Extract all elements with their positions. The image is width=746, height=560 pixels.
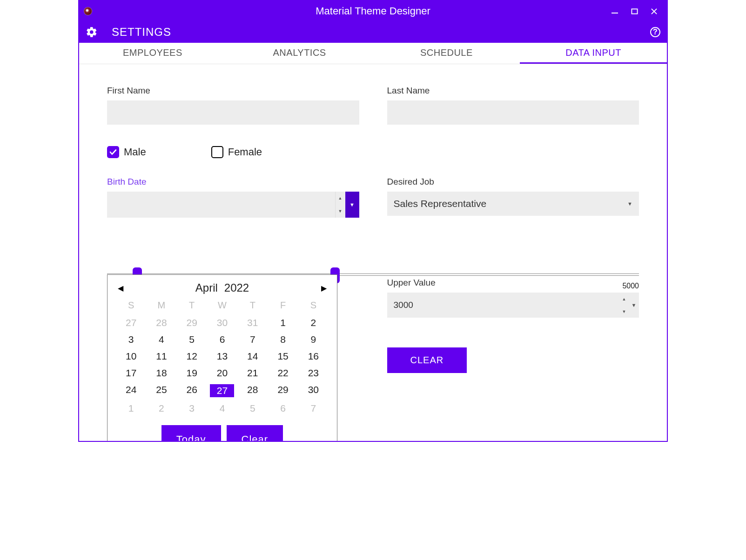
calendar-day[interactable]: 7 [298, 401, 329, 416]
calendar-day[interactable]: 30 [207, 315, 237, 330]
female-label: Female [228, 146, 262, 158]
calendar-next-month[interactable] [321, 284, 327, 293]
calendar-day[interactable]: 6 [207, 332, 237, 347]
minimize-button[interactable] [608, 5, 621, 18]
spin-down-icon[interactable] [336, 205, 345, 218]
calendar-title[interactable]: April 2022 [195, 281, 249, 294]
calendar-dow: T [237, 299, 268, 313]
calendar-day[interactable]: 31 [237, 315, 268, 330]
calendar-day[interactable]: 5 [237, 401, 268, 416]
calendar-day[interactable]: 20 [207, 366, 237, 380]
chevron-down-icon [627, 201, 632, 207]
calendar-day[interactable]: 3 [116, 332, 146, 347]
tab-schedule[interactable]: SCHEDULE [373, 43, 520, 64]
content-area: First Name Last Name Male Female Birth D… [79, 64, 667, 394]
calendar-day[interactable]: 29 [177, 315, 207, 330]
slider-max-label: 5000 [622, 282, 639, 290]
calendar-day[interactable]: 5 [177, 332, 207, 347]
calendar-day[interactable]: 22 [268, 366, 298, 380]
calendar-day[interactable]: 28 [146, 315, 176, 330]
calendar-day[interactable]: 16 [298, 349, 329, 364]
clear-button[interactable]: CLEAR [387, 347, 467, 373]
calendar-day[interactable]: 13 [207, 349, 237, 364]
birth-date-spinner [335, 192, 345, 218]
birth-date-input-wrap [107, 192, 359, 218]
calendar-day[interactable]: 3 [177, 401, 207, 416]
upper-value-control [387, 293, 639, 318]
calendar-month: April [195, 281, 218, 294]
birth-date-label: Birth Date [107, 177, 359, 187]
calendar-day[interactable]: 1 [268, 315, 298, 330]
calendar-day[interactable]: 18 [146, 366, 176, 380]
help-button[interactable]: ? [650, 27, 660, 37]
calendar-clear-button[interactable]: Clear [227, 425, 283, 442]
birth-date-input[interactable] [107, 192, 335, 218]
upper-value-label: Upper Value [387, 278, 639, 288]
calendar-day[interactable]: 15 [268, 349, 298, 364]
calendar-day[interactable]: 11 [146, 349, 176, 364]
calendar-day[interactable]: 24 [116, 382, 146, 399]
desired-job-select[interactable]: Sales Representative [387, 192, 639, 216]
calendar-day[interactable]: 28 [237, 382, 268, 399]
calendar-day[interactable]: 4 [146, 332, 176, 347]
upper-spin-down-icon[interactable] [619, 305, 629, 318]
tab-data-input[interactable]: DATA INPUT [520, 43, 667, 64]
first-name-label: First Name [107, 86, 359, 96]
calendar-day[interactable]: 7 [237, 332, 268, 347]
upper-spin-up-icon[interactable] [619, 293, 629, 305]
calendar-day[interactable]: 27 [116, 315, 146, 330]
calendar-day[interactable]: 12 [177, 349, 207, 364]
calendar-dow: W [207, 299, 237, 313]
calendar-day[interactable]: 9 [298, 332, 329, 347]
maximize-button[interactable] [628, 5, 641, 18]
calendar-day[interactable]: 26 [177, 382, 207, 399]
desired-job-value: Sales Representative [394, 198, 487, 209]
last-name-label: Last Name [387, 86, 639, 96]
birth-date-dropdown-button[interactable] [345, 192, 359, 218]
calendar-day[interactable]: 10 [116, 349, 146, 364]
calendar-day[interactable]: 14 [237, 349, 268, 364]
desired-job-label: Desired Job [387, 177, 639, 187]
checkbox-empty-icon [211, 146, 223, 158]
calendar-day[interactable]: 17 [116, 366, 146, 380]
calendar-popup: April 2022 SMTWTFS2728293031123456789101… [107, 274, 337, 442]
calendar-grid: SMTWTFS272829303112345678910111213141516… [108, 297, 337, 420]
gear-icon[interactable] [86, 26, 98, 38]
calendar-year: 2022 [224, 281, 249, 294]
last-name-input[interactable] [387, 100, 639, 125]
female-checkbox[interactable]: Female [211, 146, 262, 158]
calendar-day[interactable]: 21 [237, 366, 268, 380]
calendar-dow: T [177, 299, 207, 313]
calendar-day[interactable]: 30 [298, 382, 329, 399]
calendar-day[interactable]: 6 [268, 401, 298, 416]
title-bar: Material Theme Designer [79, 1, 667, 21]
calendar-dow: S [116, 299, 146, 313]
calendar-today-button[interactable]: Today [161, 425, 221, 442]
tab-employees[interactable]: EMPLOYEES [79, 43, 226, 64]
first-name-input[interactable] [107, 100, 359, 125]
upper-dropdown-icon[interactable] [629, 293, 639, 318]
settings-label[interactable]: SETTINGS [112, 26, 171, 39]
calendar-day[interactable]: 29 [268, 382, 298, 399]
calendar-day[interactable]: 23 [298, 366, 329, 380]
tab-analytics[interactable]: ANALYTICS [226, 43, 373, 64]
calendar-day[interactable]: 2 [146, 401, 176, 416]
calendar-day[interactable]: 4 [207, 401, 237, 416]
calendar-day[interactable]: 2 [298, 315, 329, 330]
window-title: Material Theme Designer [316, 5, 430, 17]
help-icon: ? [650, 27, 660, 37]
calendar-day[interactable]: 8 [268, 332, 298, 347]
close-button[interactable] [647, 5, 660, 18]
tab-strip: EMPLOYEES ANALYTICS SCHEDULE DATA INPUT [79, 43, 667, 64]
calendar-day[interactable]: 27 [207, 382, 237, 399]
spin-up-icon[interactable] [336, 192, 345, 205]
male-label: Male [124, 146, 146, 158]
upper-value-input[interactable] [387, 293, 619, 318]
calendar-prev-month[interactable] [118, 284, 123, 293]
male-checkbox[interactable]: Male [107, 146, 146, 158]
calendar-day[interactable]: 1 [116, 401, 146, 416]
svg-rect-1 [632, 9, 637, 13]
calendar-dow: F [268, 299, 298, 313]
calendar-day[interactable]: 25 [146, 382, 176, 399]
calendar-day[interactable]: 19 [177, 366, 207, 380]
